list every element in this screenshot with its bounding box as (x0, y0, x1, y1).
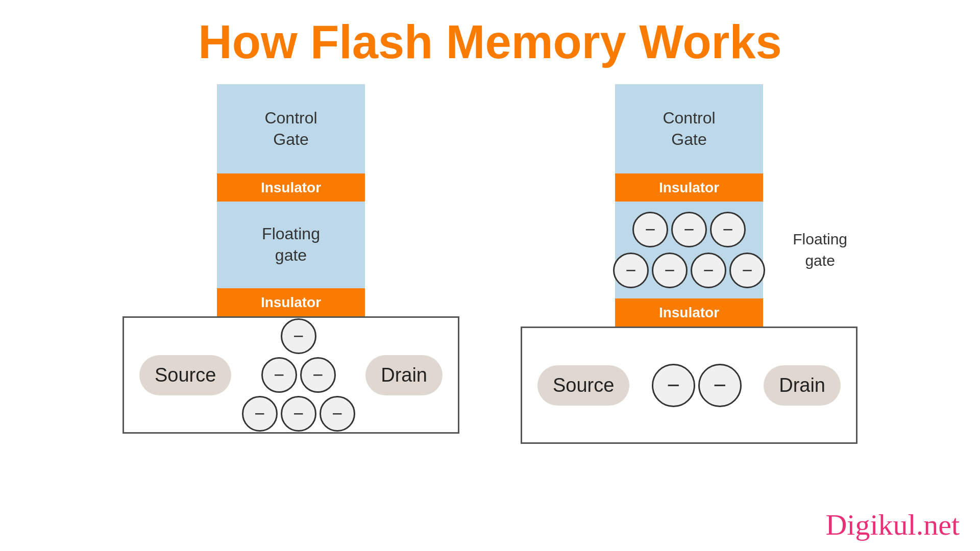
electron: − (710, 212, 746, 247)
electron: − (632, 212, 668, 247)
electron: − (613, 253, 649, 288)
electrons-area-right: − − (629, 364, 764, 407)
electron: − (281, 318, 316, 354)
diagrams-container: ControlGate Insulator Floatinggate Insul… (0, 79, 980, 444)
electron: − (242, 396, 278, 432)
substrate-right: Source − − Drain (521, 327, 857, 444)
electron: − (261, 357, 297, 393)
electron: − (698, 364, 742, 407)
electron: − (729, 253, 765, 288)
floating-gate-left: Floatinggate (217, 202, 365, 288)
electron-row-1-left: − (281, 318, 316, 354)
gate-stack-right: ControlGate Insulator − − − − − − (615, 84, 763, 327)
control-gate-right: ControlGate (615, 84, 763, 173)
insulator-top-right: Insulator (615, 173, 763, 202)
electron: − (320, 396, 355, 432)
insulator-bottom-right: Insulator (615, 298, 763, 327)
electron: − (652, 364, 695, 407)
electron-row-1-right: − − (652, 364, 742, 407)
fg-electron-row-2: − − − − (613, 253, 765, 288)
insulator-bottom-left: Insulator (217, 288, 365, 316)
floating-gate-label-right: Floatinggate (793, 229, 847, 271)
drain-label-right: Drain (764, 365, 841, 406)
electron: − (281, 396, 316, 432)
fg-electron-row-1: − − − (632, 212, 746, 247)
page-title: How Flash Memory Works (0, 0, 980, 79)
source-label-left: Source (139, 355, 231, 395)
electron-row-3-left: − − − (242, 396, 355, 432)
electron: − (691, 253, 726, 288)
floating-gate-electrons: − − − − − − − (615, 202, 763, 298)
floating-gate-right: − − − − − − − Floatinggate (615, 202, 763, 298)
drain-label-left: Drain (365, 355, 443, 395)
electron: − (300, 357, 336, 393)
insulator-top-left: Insulator (217, 173, 365, 202)
diagram-right: ControlGate Insulator − − − − − − (521, 84, 857, 444)
substrate-left: Source − − − − − − Drain (122, 316, 459, 434)
diagram-left: ControlGate Insulator Floatinggate Insul… (122, 84, 459, 444)
electron-row-2-left: − − (261, 357, 336, 393)
watermark: Digikul.net (825, 508, 960, 542)
electron: − (652, 253, 688, 288)
gate-stack-left: ControlGate Insulator Floatinggate Insul… (217, 84, 365, 316)
source-label-right: Source (537, 365, 629, 406)
electron: − (671, 212, 707, 247)
electrons-area-left: − − − − − − (231, 318, 365, 432)
control-gate-left: ControlGate (217, 84, 365, 173)
